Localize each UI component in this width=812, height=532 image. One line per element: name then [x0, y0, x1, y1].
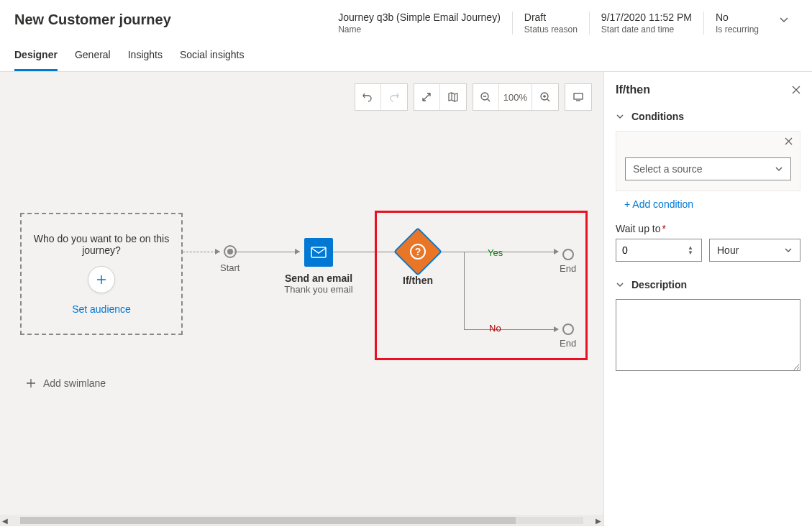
plus-icon — [95, 273, 108, 286]
panel-title: If/then — [616, 83, 650, 96]
audience-question: Who do you want to be on this journey? — [30, 233, 173, 256]
audience-box: Who do you want to be on this journey? S… — [20, 213, 183, 335]
end-dot-icon — [562, 324, 574, 335]
condition-item: Select a source — [616, 131, 800, 191]
end-node-yes[interactable]: End — [560, 249, 576, 274]
scroll-left-icon[interactable]: ◀ — [0, 517, 10, 525]
email-icon — [311, 247, 327, 258]
properties-panel: If/then Conditions Select a source + Add… — [603, 72, 812, 526]
connector — [464, 329, 558, 330]
end-node-no[interactable]: End — [560, 324, 576, 349]
tab-insights[interactable]: Insights — [128, 49, 163, 71]
add-condition-link[interactable]: + Add condition — [624, 198, 800, 210]
arrow-icon — [554, 326, 559, 332]
description-textarea[interactable] — [616, 299, 800, 371]
email-tile — [304, 238, 333, 267]
tab-bar: Designer General Insights Social insight… — [0, 35, 812, 72]
field-start-date: 9/17/2020 11:52 PM Start date and time — [589, 12, 703, 35]
chevron-down-icon — [616, 112, 624, 121]
source-select[interactable]: Select a source — [625, 157, 791, 180]
expand-header-button[interactable] — [770, 12, 798, 27]
tab-general[interactable]: General — [75, 49, 111, 71]
wait-label: Wait up to* — [616, 223, 800, 234]
svg-rect-3 — [311, 247, 326, 257]
email-node[interactable]: Send an email Thank you email — [301, 238, 337, 295]
scroll-right-icon[interactable]: ▶ — [593, 517, 603, 525]
field-recurring: No Is recurring — [703, 12, 770, 35]
end-dot-icon — [562, 249, 574, 260]
branch-yes-label: Yes — [488, 247, 503, 258]
chevron-down-icon — [779, 14, 789, 24]
question-icon: ? — [410, 244, 426, 260]
header-fields: Journey q3b (Simple Email Journey) Name … — [327, 12, 798, 35]
description-section-toggle[interactable]: Description — [616, 279, 800, 290]
journey-canvas[interactable]: Who do you want to be on this journey? S… — [0, 72, 603, 526]
wait-unit-select[interactable]: Hour — [709, 239, 800, 262]
number-spinner[interactable]: ▲▼ — [685, 245, 695, 255]
chevron-down-icon — [784, 246, 793, 254]
start-dot-icon — [224, 245, 237, 258]
close-icon — [792, 86, 800, 94]
arrow-icon — [295, 249, 300, 254]
start-node[interactable]: Start — [220, 245, 240, 273]
connector — [329, 252, 401, 252]
page-header: New Customer journey Journey q3b (Simple… — [0, 0, 812, 35]
remove-condition-button[interactable] — [785, 137, 793, 145]
condition-diamond: ? — [393, 227, 442, 276]
set-audience-link[interactable]: Set audience — [72, 303, 131, 315]
chevron-down-icon — [616, 280, 624, 289]
conditions-section-toggle[interactable]: Conditions — [616, 111, 800, 122]
ifthen-node[interactable]: ? If/then — [401, 234, 435, 286]
field-status: Draft Status reason — [512, 12, 589, 35]
add-audience-button[interactable] — [88, 266, 115, 293]
add-swimlane-button[interactable]: Add swimlane — [26, 377, 106, 389]
horizontal-scrollbar[interactable]: ◀ ▶ — [0, 515, 603, 526]
branch-no-label: No — [489, 323, 501, 334]
wait-value-field[interactable] — [622, 244, 680, 256]
chevron-down-icon[interactable]: ▼ — [685, 250, 695, 255]
wait-value-input[interactable]: ▲▼ — [616, 239, 702, 262]
main: 100% Who do you want to be on this journ… — [0, 72, 812, 526]
field-name: Journey q3b (Simple Email Journey) Name — [327, 12, 512, 35]
arrow-icon — [554, 249, 559, 254]
canvas-area: 100% Who do you want to be on this journ… — [0, 72, 603, 526]
scroll-track[interactable] — [20, 517, 583, 524]
close-icon — [785, 137, 793, 145]
panel-close-button[interactable] — [792, 86, 800, 94]
page-title: New Customer journey — [14, 12, 327, 28]
chevron-down-icon — [775, 165, 783, 173]
tab-designer[interactable]: Designer — [14, 49, 58, 71]
connector — [234, 252, 300, 252]
tab-social-insights[interactable]: Social insights — [180, 49, 245, 71]
scroll-thumb[interactable] — [20, 517, 516, 524]
connector — [464, 252, 465, 329]
arrow-icon — [215, 249, 220, 254]
plus-icon — [26, 378, 36, 388]
